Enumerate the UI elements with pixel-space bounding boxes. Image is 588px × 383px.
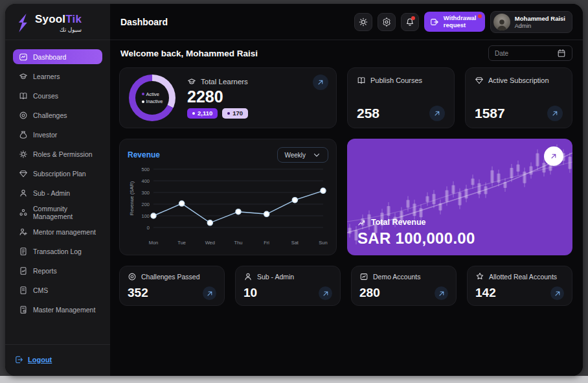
- svg-text:400: 400: [141, 178, 150, 184]
- arrow-up-right-icon: [316, 78, 325, 87]
- sidebar-menu: DashboardLearnersCoursesChallengesInvest…: [5, 40, 110, 340]
- stats-row-top: Active Inactive Total Learners 2280 2,11…: [119, 67, 572, 128]
- demo-accounts-expand-button[interactable]: [435, 286, 448, 300]
- calendar-icon: [557, 49, 566, 58]
- logout-label: Logout: [28, 356, 52, 364]
- sidebar-item-label: Reports: [33, 267, 57, 275]
- sidebar-item-mentor-management[interactable]: Mentor management: [13, 224, 102, 239]
- gear-icon: [382, 17, 391, 27]
- trend-icon: [357, 218, 367, 227]
- arrow-up-right-icon: [549, 152, 558, 161]
- date-picker[interactable]: Date: [488, 45, 572, 61]
- sidebar-item-sub-admin[interactable]: Sub - Admin: [13, 185, 102, 200]
- svg-text:200: 200: [141, 202, 150, 207]
- sidebar-item-learners[interactable]: Learners: [13, 69, 102, 84]
- sidebar-item-roles-permission[interactable]: Roles & Permission: [13, 146, 102, 161]
- withdrawal-request-button[interactable]: Withdrawal request: [424, 12, 485, 32]
- legend-active-label: Active: [146, 91, 159, 98]
- demo-accounts-value: 280: [359, 286, 380, 300]
- sidebar-item-label: Master Management: [33, 306, 95, 314]
- logo-icon: [14, 14, 31, 33]
- logo-text: SyoolTik سيول تك: [35, 13, 82, 33]
- sidebar-item-master-management[interactable]: Master Management: [13, 302, 102, 317]
- gem-icon: [19, 169, 28, 178]
- date-picker-label: Date: [495, 50, 508, 57]
- welcome-message: Welcome back, Mohammed Raisi: [120, 49, 258, 58]
- sidebar-item-courses[interactable]: Courses: [13, 88, 102, 103]
- revenue-chart-card: Revenue Weekly 0100200300400500Revenue (…: [119, 139, 337, 255]
- period-select[interactable]: Weekly: [277, 147, 328, 163]
- star-badge-icon: [475, 272, 484, 281]
- user-name: Mohammed Raisi: [515, 15, 565, 22]
- roles-gear-icon: [19, 150, 28, 159]
- sidebar-item-label: Challenges: [33, 111, 67, 119]
- svg-text:Wed: Wed: [205, 240, 215, 246]
- learners-donut-chart: Active Inactive: [129, 75, 175, 121]
- active-subscription-expand-button[interactable]: [547, 106, 563, 121]
- sidebar-item-investor[interactable]: Investor: [13, 127, 102, 142]
- user-menu[interactable]: Mohammed Raisi Admin: [490, 11, 572, 33]
- arrow-up-right-icon: [321, 289, 330, 298]
- legend-dot-inactive: [142, 100, 144, 103]
- svg-text:Sat: Sat: [291, 240, 299, 246]
- allotted-real-accounts-card: Allotted Real Accounts 142: [467, 266, 572, 306]
- charts-row: Revenue Weekly 0100200300400500Revenue (…: [119, 139, 572, 255]
- total-revenue-body: Total Revenue SAR 100,000.00: [357, 218, 475, 248]
- dashboard-content: Active Inactive Total Learners 2280 2,11…: [110, 66, 583, 306]
- legend-dot-active: [142, 93, 144, 95]
- user-info: Mohammed Raisi Admin: [515, 15, 565, 29]
- avatar: [493, 14, 510, 30]
- main-content: Dashboard Withdrawal request: [110, 4, 583, 376]
- top-actions: Withdrawal request Mohammed Raisi Admin: [354, 11, 572, 33]
- person-icon: [243, 272, 253, 281]
- donut-legend: Active Inactive: [142, 91, 163, 106]
- app-name: SyoolTik: [35, 13, 82, 26]
- publish-courses-expand-button[interactable]: [429, 106, 445, 121]
- total-learners-expand-button[interactable]: [313, 75, 328, 90]
- total-learners-card: Active Inactive Total Learners 2280 2,11…: [119, 67, 337, 128]
- money-bag-icon: [19, 130, 28, 139]
- sidebar-item-challenges[interactable]: Challenges: [13, 108, 102, 122]
- sidebar-item-label: Mentor management: [33, 228, 96, 236]
- sidebar-item-label: Transaction Log: [33, 248, 82, 255]
- challenges-passed-expand-button[interactable]: [203, 286, 216, 300]
- chevron-down-icon: [312, 150, 321, 159]
- svg-text:Fri: Fri: [264, 240, 269, 246]
- learners-badges: 2,110 170: [187, 108, 248, 119]
- demo-accounts-card: Demo Accounts 280: [351, 266, 457, 306]
- allotted-real-accounts-value: 142: [475, 286, 496, 300]
- total-revenue-expand-button[interactable]: [544, 146, 563, 166]
- sidebar-item-dashboard[interactable]: Dashboard: [13, 49, 102, 64]
- sidebar-item-reports[interactable]: Reports: [13, 263, 102, 278]
- sub-admin-expand-button[interactable]: [319, 286, 332, 300]
- active-learners-badge: 2,110: [187, 108, 218, 119]
- svg-text:0: 0: [147, 225, 150, 231]
- gem-icon: [475, 76, 484, 85]
- logout-button[interactable]: Logout: [5, 344, 110, 376]
- sidebar-item-cms[interactable]: CMS: [13, 283, 102, 297]
- demo-accounts-label: Demo Accounts: [373, 273, 421, 281]
- target-icon: [19, 111, 28, 120]
- challenges-passed-label: Challenges Passed: [141, 273, 199, 281]
- sidebar-item-transaction-log[interactable]: Transaction Log: [13, 244, 102, 259]
- sidebar-item-label: CMS: [33, 286, 48, 294]
- svg-text:Tue: Tue: [177, 240, 186, 246]
- period-select-value: Weekly: [284, 152, 306, 159]
- sidebar-item-community-management[interactable]: Community Management: [13, 205, 102, 220]
- notifications-button[interactable]: [401, 13, 419, 31]
- svg-text:500: 500: [141, 167, 150, 172]
- challenges-passed-card: Challenges Passed 352: [119, 266, 225, 306]
- settings-button[interactable]: [378, 13, 396, 31]
- theme-toggle-button[interactable]: [354, 13, 372, 31]
- publish-courses-value: 258: [357, 106, 379, 121]
- total-revenue-label: Total Revenue: [371, 218, 426, 227]
- report-chart-icon: [19, 266, 28, 275]
- desktop-background: SyoolTik سيول تك DashboardLearnersCourse…: [0, 0, 588, 383]
- graduation-cap-icon: [19, 72, 28, 81]
- total-learners-body: Total Learners 2280 2,110 170: [187, 77, 248, 118]
- total-revenue-value: SAR 100,000.00: [357, 229, 475, 248]
- allotted-real-accounts-expand-button[interactable]: [550, 286, 564, 300]
- sidebar-item-subscription-plan[interactable]: Subscription Plan: [13, 166, 102, 181]
- sidebar-item-label: Roles & Permission: [33, 150, 93, 158]
- sidebar-item-label: Learners: [33, 73, 60, 80]
